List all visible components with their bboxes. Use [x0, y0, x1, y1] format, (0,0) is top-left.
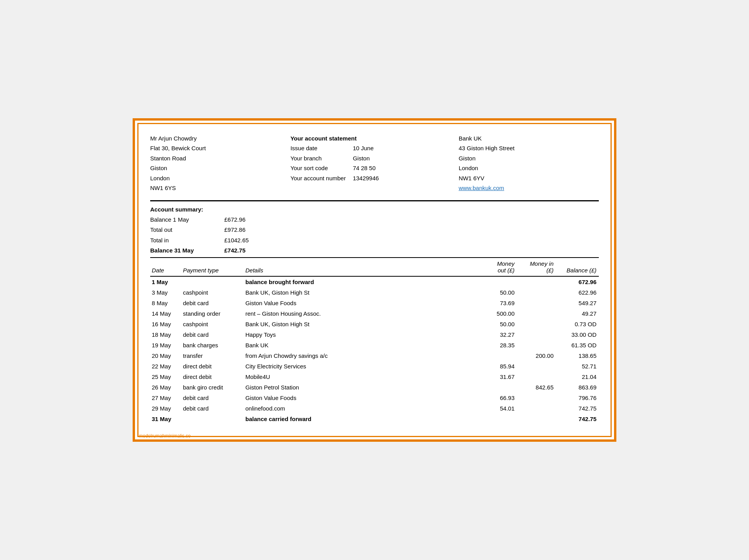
col-header-moneyout: Moneyout (£): [478, 258, 517, 276]
cell-money-in: [517, 298, 556, 308]
cell-date: 1 May: [150, 276, 181, 287]
cell-money-in: [517, 393, 556, 403]
issue-date-label: Issue date: [290, 143, 353, 153]
table-row: 8 Maydebit cardGiston Value Foods73.6954…: [150, 298, 599, 308]
statement-title: Your account statement: [290, 133, 458, 144]
cell-money-out: 28.35: [478, 340, 517, 350]
cell-details: City Electricity Services: [244, 361, 478, 372]
cell-payment-type: debit card: [181, 329, 244, 340]
cell-money-out: [478, 414, 517, 424]
cell-details: Giston Value Foods: [244, 393, 478, 403]
cell-details: Bank UK: [244, 340, 478, 350]
cell-money-out: [478, 382, 517, 393]
issue-date-value: 10 June: [353, 143, 373, 153]
header-right: Bank UK 43 Giston High Street Giston Lon…: [459, 133, 599, 193]
cell-payment-type: debit card: [181, 403, 244, 414]
bank-address1: 43 Giston High Street: [459, 143, 599, 153]
account-number-value: 13429946: [353, 173, 379, 183]
cell-money-in: [517, 414, 556, 424]
balance-31may-value: £742.75: [224, 245, 245, 256]
address-line3: Giston: [150, 163, 290, 173]
header-left: Mr Arjun Chowdry Flat 30, Bewick Court S…: [150, 133, 290, 193]
cell-details: from Arjun Chowdry savings a/c: [244, 350, 478, 361]
cell-balance: 796.76: [556, 393, 599, 403]
table-row: 20 Maytransferfrom Arjun Chowdry savings…: [150, 350, 599, 361]
cell-money-out: 85.94: [478, 361, 517, 372]
cell-money-in: 200.00: [517, 350, 556, 361]
cell-balance: 52.71: [556, 361, 599, 372]
cell-date: 22 May: [150, 361, 181, 372]
cell-date: 3 May: [150, 287, 181, 298]
cell-payment-type: bank charges: [181, 340, 244, 350]
table-row: 26 Maybank giro creditGiston Petrol Stat…: [150, 382, 599, 393]
cell-money-out: [478, 350, 517, 361]
cell-details: balance brought forward: [244, 276, 478, 287]
cell-details: Happy Toys: [244, 329, 478, 340]
cell-money-in: [517, 287, 556, 298]
cell-money-in: 842.65: [517, 382, 556, 393]
summary-balance1may: Balance 1 May £672.96: [150, 215, 599, 225]
header-section: Mr Arjun Chowdry Flat 30, Bewick Court S…: [150, 133, 599, 193]
header-divider: [150, 200, 599, 201]
cell-money-in: [517, 372, 556, 382]
cell-payment-type: bank giro credit: [181, 382, 244, 393]
cell-balance: 742.75: [556, 403, 599, 414]
summary-total-in: Total in £1042.65: [150, 235, 599, 245]
cell-money-in: [517, 319, 556, 329]
cell-date: 19 May: [150, 340, 181, 350]
table-row: 3 MaycashpointBank UK, Giston High St50.…: [150, 287, 599, 298]
branch-label: Your branch: [290, 153, 353, 164]
bank-name: Bank UK: [459, 133, 599, 144]
cell-date: 27 May: [150, 393, 181, 403]
cell-date: 8 May: [150, 298, 181, 308]
col-header-date: Date: [150, 258, 181, 276]
table-row: 1 Maybalance brought forward672.96: [150, 276, 599, 287]
bank-website[interactable]: www.bankuk.com: [459, 183, 599, 193]
summary-total-out: Total out £972.86: [150, 225, 599, 235]
cell-balance: 49.27: [556, 308, 599, 319]
cell-money-out: 73.69: [478, 298, 517, 308]
cell-money-out: 66.93: [478, 393, 517, 403]
cell-money-out: 50.00: [478, 319, 517, 329]
table-row: 16 MaycashpointBank UK, Giston High St50…: [150, 319, 599, 329]
branch-value: Giston: [353, 153, 369, 164]
cell-date: 29 May: [150, 403, 181, 414]
col-header-balance: Balance (£): [556, 258, 599, 276]
cell-payment-type: [181, 414, 244, 424]
cell-payment-type: direct debit: [181, 372, 244, 382]
sort-code-row: Your sort code 74 28 50: [290, 163, 458, 173]
cell-payment-type: debit card: [181, 298, 244, 308]
cell-payment-type: [181, 276, 244, 287]
cell-payment-type: direct debit: [181, 361, 244, 372]
sort-code-value: 74 28 50: [353, 163, 375, 173]
address-line5: NW1 6YS: [150, 183, 290, 193]
cell-date: 25 May: [150, 372, 181, 382]
cell-details: onlinefood.com: [244, 403, 478, 414]
cell-money-out: 32.27: [478, 329, 517, 340]
cell-balance: 21.04: [556, 372, 599, 382]
customer-name: Mr Arjun Chowdry: [150, 133, 290, 144]
issue-date-row: Issue date 10 June: [290, 143, 458, 153]
document-inner-border: Mr Arjun Chowdry Flat 30, Bewick Court S…: [137, 123, 612, 437]
total-in-label: Total in: [150, 235, 224, 245]
cell-balance: 863.69: [556, 382, 599, 393]
cell-payment-type: cashpoint: [181, 287, 244, 298]
cell-balance: 622.96: [556, 287, 599, 298]
cell-details: Mobile4U: [244, 372, 478, 382]
sort-code-label: Your sort code: [290, 163, 353, 173]
cell-money-in: [517, 276, 556, 287]
cell-balance: 0.73 OD: [556, 319, 599, 329]
table-row: 19 Maybank chargesBank UK28.3561.35 OD: [150, 340, 599, 350]
total-out-value: £972.86: [224, 225, 245, 235]
cell-details: rent – Giston Housing Assoc.: [244, 308, 478, 319]
summary-balance31may: Balance 31 May £742.75: [150, 245, 599, 256]
col-header-payment: Payment type: [181, 258, 244, 276]
cell-money-in: [517, 329, 556, 340]
address-line2: Stanton Road: [150, 153, 290, 164]
cell-money-in: [517, 340, 556, 350]
total-out-label: Total out: [150, 225, 224, 235]
watermark: modelrumahminimalis.co: [139, 433, 191, 439]
cell-balance: 742.75: [556, 414, 599, 424]
cell-balance: 549.27: [556, 298, 599, 308]
summary-title: Account summary:: [150, 204, 599, 215]
